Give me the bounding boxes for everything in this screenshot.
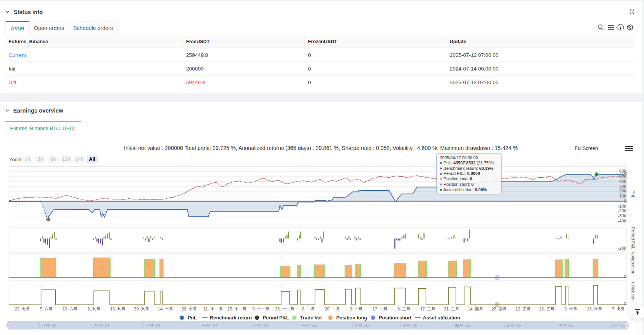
svg-text:9.: 9. (252, 307, 256, 311)
svg-text:'24: '24 (262, 323, 268, 328)
svg-text:6.: 6. (302, 307, 306, 311)
svg-text:'25: '25 (463, 323, 470, 328)
svg-text:14.: 14. (158, 307, 164, 311)
svg-text:'25: '25 (411, 323, 417, 328)
svg-text:'25: '25 (567, 323, 574, 328)
svg-text:40k: 40k (619, 179, 626, 183)
svg-text:vol/position: vol/position (631, 252, 635, 275)
svg-text:20k: 20k (619, 189, 626, 193)
svg-text:26.: 26. (539, 307, 545, 311)
svg-text:Position short: Position short (379, 315, 412, 321)
svg-text:'24: '24 (102, 323, 109, 328)
svg-text:0: 0 (624, 199, 626, 203)
svg-text:16.: 16. (110, 307, 116, 311)
svg-text:9.: 9. (564, 307, 568, 311)
svg-text:31.: 31. (444, 307, 450, 311)
svg-text:0: 0 (624, 274, 626, 279)
svg-text:Benchmark return: Benchmark return (210, 315, 252, 321)
svg-text:30k: 30k (619, 184, 626, 189)
svg-text:2.: 2. (88, 307, 91, 311)
svg-text:14.: 14. (468, 307, 473, 311)
svg-text:19.: 19. (62, 307, 68, 311)
svg-text:'25: '25 (514, 323, 521, 328)
svg-text:Trade Vol: Trade Vol (300, 315, 322, 321)
svg-text:-20k: -20k (618, 208, 626, 213)
svg-text:Asset utilization: Asset utilization (423, 315, 460, 321)
svg-text:Position long: Position long (336, 315, 367, 321)
svg-text:25.: 25. (227, 307, 233, 311)
svg-text:23.: 23. (587, 307, 593, 311)
svg-text:30.: 30. (134, 307, 140, 311)
svg-text:-20k: -20k (618, 246, 626, 250)
svg-text:20.: 20. (325, 307, 331, 311)
svg-text:12.: 12. (516, 307, 521, 311)
svg-text:'25: '25 (310, 323, 317, 328)
svg-text:3.: 3. (398, 307, 401, 311)
svg-text:5.: 5. (40, 307, 43, 311)
svg-text:11.: 11. (204, 307, 209, 311)
svg-text:28.: 28. (492, 307, 498, 311)
svg-text:PnL: PnL (631, 190, 635, 199)
svg-text:7.: 7. (612, 307, 616, 311)
svg-text:23.: 23. (275, 307, 281, 311)
svg-text:PnL: PnL (188, 315, 197, 321)
svg-text:17.: 17. (372, 307, 378, 311)
svg-text:17.: 17. (420, 307, 426, 311)
svg-text:'24: '24 (153, 323, 160, 328)
svg-text:'25: '25 (363, 323, 370, 328)
svg-text:22.: 22. (15, 307, 21, 311)
svg-text:-10k: -10k (618, 204, 626, 208)
svg-text:'25: '25 (618, 323, 625, 328)
svg-text:Period P&L: Period P&L (631, 227, 635, 250)
svg-text:10k: 10k (619, 194, 626, 198)
svg-text:-40k: -40k (618, 219, 626, 223)
svg-text:60k: 60k (619, 169, 626, 173)
svg-text:utilization: utilization (631, 282, 635, 301)
svg-text:50k: 50k (619, 174, 626, 178)
svg-text:28.: 28. (182, 307, 188, 311)
svg-text:'24: '24 (210, 323, 217, 328)
svg-text:3.: 3. (350, 307, 353, 311)
svg-text:-30k: -30k (618, 213, 626, 218)
svg-text:Period P&L: Period P&L (263, 315, 289, 321)
svg-text:'24: '24 (50, 323, 56, 328)
